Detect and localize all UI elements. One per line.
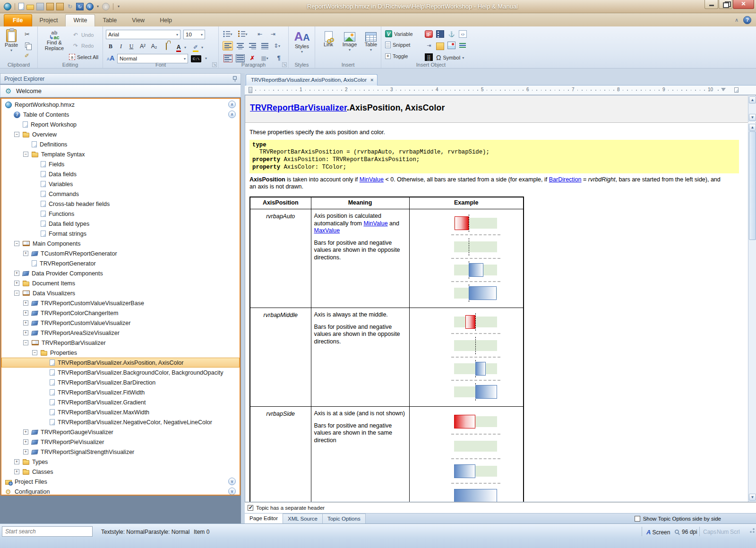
minvalue-link[interactable]: MinValue bbox=[360, 176, 384, 183]
tree-item[interactable]: +Data Provider Components bbox=[1, 268, 240, 278]
tree-item[interactable]: TRVReportBarVisualizer.MaxWidth bbox=[1, 407, 240, 417]
section-expand-button[interactable]: ∨ bbox=[228, 478, 236, 485]
help-manual-logo-icon[interactable] bbox=[4, 3, 11, 10]
redo-button[interactable]: ↷Redo bbox=[72, 42, 94, 50]
paste-button[interactable]: Paste▾ bbox=[2, 29, 21, 53]
dpi-status[interactable]: 96 dpi bbox=[682, 529, 697, 535]
tree-item[interactable]: TRVReportBarVisualizer.BarDirection bbox=[1, 377, 240, 387]
document-tab[interactable]: TRVReportBarVisualizer.AxisPosition, Axi… bbox=[246, 74, 378, 86]
minimize-button[interactable] bbox=[704, 0, 718, 9]
increase-indent-button[interactable]: ⇥ bbox=[268, 29, 278, 39]
subscript-button[interactable]: A₂ bbox=[149, 42, 159, 51]
styles-button[interactable]: AA Styles▾ bbox=[292, 30, 312, 55]
undo-button[interactable]: ↶Undo bbox=[72, 31, 94, 39]
horizontal-line-button[interactable] bbox=[459, 42, 467, 49]
tab-close-icon[interactable]: × bbox=[370, 77, 373, 86]
collapse-icon[interactable]: − bbox=[14, 132, 19, 137]
tree-item[interactable]: TRVReportBarVisualizer.BackgroundColor, … bbox=[1, 368, 240, 377]
tree-item[interactable]: Project Files∨ bbox=[1, 477, 240, 487]
expand-icon[interactable]: + bbox=[14, 271, 19, 276]
find-replace-button[interactable]: ab↳ac Find &Replace bbox=[41, 30, 68, 51]
tree-item[interactable]: −Data Visualizers bbox=[1, 288, 240, 298]
expand-icon[interactable]: + bbox=[23, 439, 28, 445]
align-left-button[interactable] bbox=[223, 41, 233, 51]
expand-icon[interactable]: + bbox=[14, 469, 19, 474]
collapse-icon[interactable]: − bbox=[14, 241, 19, 246]
code-style-button[interactable]: C:\ bbox=[191, 55, 201, 61]
tree-item[interactable]: TRVReportBarVisualizer.NegativeColor, Ne… bbox=[1, 417, 240, 427]
font-size-select[interactable]: 10▾ bbox=[183, 30, 205, 39]
tree-item[interactable]: −Main Components bbox=[1, 239, 240, 248]
bold-button[interactable]: B bbox=[106, 42, 115, 51]
insert-snippet-button[interactable]: Snippet bbox=[385, 42, 410, 48]
scroll-up-icon[interactable]: ▲ bbox=[749, 124, 756, 131]
welcome-item[interactable]: ⚙ Welcome bbox=[0, 85, 241, 97]
scroll-down-icon[interactable]: ▼ bbox=[749, 114, 756, 121]
image-map-button[interactable] bbox=[447, 42, 455, 49]
tree-item[interactable]: +TCustomRVReportGenerator bbox=[1, 248, 240, 258]
tree-item[interactable]: TRVReportBarVisualizer.AxisPosition, Axi… bbox=[1, 358, 240, 368]
numbered-list-button[interactable]: ▾ bbox=[238, 29, 248, 39]
bardirection-link[interactable]: BarDirection bbox=[549, 176, 582, 183]
insert-table-button[interactable]: Table▾ bbox=[361, 32, 380, 53]
superscript-button[interactable]: A² bbox=[138, 42, 147, 51]
expand-icon[interactable]: + bbox=[14, 459, 19, 464]
ole-object-button[interactable]: ⣿ bbox=[425, 53, 433, 61]
tree-item[interactable]: Report Workshop bbox=[1, 120, 240, 129]
insert-file-button[interactable] bbox=[436, 43, 444, 50]
pilcrow-button[interactable]: ¶ bbox=[274, 53, 284, 63]
tree-item[interactable]: −Properties bbox=[1, 348, 240, 358]
editor-tab-topic-options[interactable]: Topic Options bbox=[323, 514, 366, 523]
conditional-text-button[interactable]: IF bbox=[425, 30, 433, 38]
editor-tab-xml-source[interactable]: XML Source bbox=[283, 514, 323, 523]
insert-toggle-button[interactable]: +Toggle bbox=[385, 53, 408, 59]
tree-item[interactable]: Definitions bbox=[1, 139, 240, 149]
heading-link[interactable]: TRVReportBarVisualizer bbox=[250, 103, 347, 112]
maxvalue-link[interactable]: MaxValue bbox=[314, 227, 340, 234]
expand-icon[interactable]: + bbox=[23, 300, 28, 306]
ribbon-tab-project[interactable]: Project bbox=[32, 15, 66, 26]
collapse-ribbon-icon[interactable]: ∧ bbox=[735, 17, 739, 23]
section-expand-button[interactable]: ∨ bbox=[228, 488, 236, 495]
tree-item[interactable]: ReportWorkshop.hmxz∧ bbox=[1, 100, 240, 110]
refresh-icon[interactable]: ↻ bbox=[66, 3, 74, 10]
select-all-button[interactable]: aSelect All bbox=[69, 54, 98, 60]
insert-video-button[interactable] bbox=[436, 30, 444, 38]
tree-item[interactable]: +TRVReportCustomValueVisualizerBase bbox=[1, 298, 240, 308]
tree-item[interactable]: Fields bbox=[1, 159, 240, 169]
browse-back-icon[interactable]: ‹ bbox=[86, 3, 94, 10]
publish-icon[interactable] bbox=[46, 3, 54, 10]
line-spacing-button[interactable]: ⇕▾ bbox=[272, 41, 282, 51]
tree-item[interactable]: TRVReportBarVisualizer.Gradient bbox=[1, 397, 240, 407]
ribbon-tab-help[interactable]: Help bbox=[152, 15, 180, 26]
right-indent-marker[interactable] bbox=[721, 88, 726, 91]
expand-icon[interactable]: + bbox=[23, 320, 28, 325]
section-collapse-button[interactable]: ∧ bbox=[228, 111, 236, 118]
tree-item[interactable]: TRVReportBarVisualizer.FitWidth bbox=[1, 387, 240, 397]
scroll-up-icon[interactable]: ▲ bbox=[749, 96, 756, 103]
header-scrollbar[interactable]: ▲ ▼ bbox=[748, 96, 756, 122]
ribbon-tab-write[interactable]: Write bbox=[65, 14, 95, 26]
tree-item[interactable]: TRVReportGenerator bbox=[1, 258, 240, 268]
pin-icon[interactable] bbox=[233, 76, 237, 80]
align-right-button[interactable] bbox=[247, 41, 258, 51]
tree-item[interactable]: +Types bbox=[1, 457, 240, 467]
new-document-icon[interactable] bbox=[18, 3, 24, 10]
expand-icon[interactable]: + bbox=[23, 251, 28, 256]
tree-item[interactable]: +Document Items bbox=[1, 278, 240, 288]
close-button[interactable]: ✕ bbox=[733, 0, 754, 9]
ribbon-tab-view[interactable]: View bbox=[124, 15, 152, 26]
font-color-button[interactable]: A bbox=[174, 43, 183, 52]
tree-item[interactable]: Data fields bbox=[1, 169, 240, 179]
insert-variable-button[interactable]: VVariable bbox=[385, 30, 413, 37]
ribbon-tab-file[interactable]: File bbox=[4, 14, 32, 26]
insert-link-button[interactable]: Link bbox=[319, 31, 338, 47]
decrease-indent-button[interactable]: ⇤ bbox=[255, 29, 265, 39]
help-icon[interactable]: ? bbox=[743, 16, 751, 24]
insert-anchor-button[interactable]: ⚓ bbox=[447, 30, 455, 38]
tree-item[interactable]: Variables bbox=[1, 179, 240, 189]
underline-button[interactable]: U bbox=[127, 42, 136, 51]
tree-item[interactable]: +TRVReportCustomValueVisualizer bbox=[1, 318, 240, 328]
tree-item[interactable]: +TRVReportSignalStrengthVisualizer bbox=[1, 447, 240, 457]
borders-button[interactable]: ▦▾ bbox=[259, 53, 270, 63]
